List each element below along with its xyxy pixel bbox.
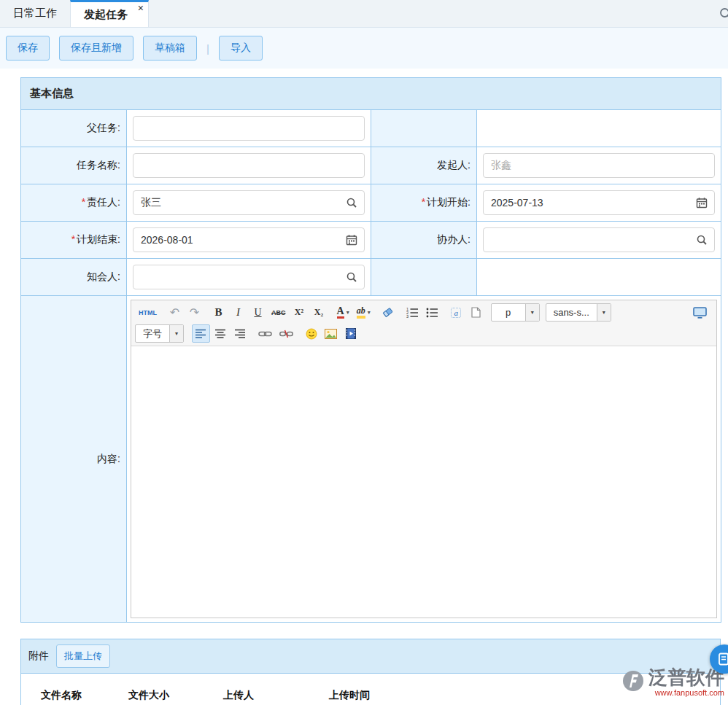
plan-start-field xyxy=(477,184,721,222)
task-name-label-text: 任务名称: xyxy=(77,159,120,171)
strikethrough-button[interactable]: ABC xyxy=(268,303,289,322)
search-icon[interactable] xyxy=(719,7,728,24)
tab-bar: 日常工作 发起任务 × xyxy=(0,0,728,28)
initiator-label: 发起人: xyxy=(371,147,477,184)
unlink-icon[interactable] xyxy=(276,324,296,343)
image-icon[interactable] xyxy=(322,324,340,343)
ordered-list-button[interactable]: 123 xyxy=(403,303,422,322)
superscript-button[interactable]: X² xyxy=(290,303,309,322)
plan-end-field xyxy=(127,222,371,259)
parent-task-label: 父任务: xyxy=(21,110,127,147)
plan-end-input[interactable] xyxy=(133,227,365,252)
bold-button[interactable]: B xyxy=(209,303,228,322)
notify-label-text: 知会人: xyxy=(87,270,120,282)
editor-toolbar: HTML ↶ ↷ B I U ABC X² X₂ A▾ ab▾ 123 xyxy=(131,300,716,346)
responsible-field xyxy=(127,184,371,222)
tab-daily-work[interactable]: 日常工作 xyxy=(0,0,70,27)
align-left-button[interactable] xyxy=(192,324,210,343)
font-color-button[interactable]: A▾ xyxy=(334,303,352,322)
link-icon[interactable] xyxy=(255,324,275,343)
undo-icon[interactable]: ↶ xyxy=(166,303,184,322)
responsible-search-icon[interactable] xyxy=(346,197,357,209)
redo-icon[interactable]: ↷ xyxy=(185,303,204,322)
chevron-down-icon: ▾ xyxy=(525,304,539,321)
source-code-button[interactable]: HTML xyxy=(136,303,160,322)
chevron-down-icon: ▾ xyxy=(597,304,611,321)
import-button[interactable]: 导入 xyxy=(219,36,263,61)
font-color-glyph: A xyxy=(337,306,344,319)
editor-content-area[interactable] xyxy=(131,346,716,618)
paragraph-select[interactable]: p▾ xyxy=(491,303,540,322)
tab-initiate-task[interactable]: 发起任务 × xyxy=(70,0,149,27)
initiator-label-text: 发起人: xyxy=(437,159,471,171)
italic-button[interactable]: I xyxy=(229,303,247,322)
eraser-icon[interactable] xyxy=(379,303,398,322)
plan-start-input[interactable] xyxy=(483,190,715,215)
notify-search-icon[interactable] xyxy=(346,271,357,283)
empty-field-cell-1 xyxy=(477,110,721,147)
attachments-column-headers: 文件名称 文件大小 上传人 上传时间 xyxy=(21,674,720,702)
vendor-text-block: 泛普软件 www.fanpusoft.com xyxy=(648,668,724,697)
content-label-text: 内容: xyxy=(97,453,120,464)
initiator-field xyxy=(477,147,721,184)
subscript-button[interactable]: X₂ xyxy=(310,303,328,322)
responsible-label: *责任人: xyxy=(21,184,127,222)
save-button[interactable]: 保存 xyxy=(6,36,50,61)
toolbar: 保存 保存且新增 草稿箱 | 导入 xyxy=(0,28,728,69)
drafts-button[interactable]: 草稿箱 xyxy=(143,36,197,61)
parent-task-input[interactable] xyxy=(133,116,365,141)
plan-start-label: *计划开始: xyxy=(371,184,477,222)
empty-label-cell-1 xyxy=(371,110,477,147)
fanpu-logo-icon xyxy=(622,670,644,695)
rich-text-editor: HTML ↶ ↷ B I U ABC X² X₂ A▾ ab▾ 123 xyxy=(131,300,717,618)
notify-label: 知会人: xyxy=(21,259,127,296)
font-family-select[interactable]: sans-s...▾ xyxy=(546,303,611,322)
underline-button[interactable]: U xyxy=(249,303,267,322)
vendor-watermark: 泛普软件 www.fanpusoft.com xyxy=(622,668,724,697)
column-upload-time: 上传时间 xyxy=(329,689,370,702)
tab-close-icon[interactable]: × xyxy=(138,2,144,14)
section-title: 基本信息 xyxy=(21,78,721,110)
assistant-label: 协办人: xyxy=(371,222,477,259)
form-row-task-name: 任务名称: 发起人: xyxy=(21,147,721,184)
form-row-responsible: *责任人: *计划开始: xyxy=(21,184,721,222)
form-row-plan-end: *计划结束: 协办人: xyxy=(21,222,721,259)
initiator-input[interactable] xyxy=(483,153,715,178)
section-header-row: 基本信息 xyxy=(21,78,721,110)
vendor-url: www.fanpusoft.com xyxy=(648,688,724,697)
new-document-icon[interactable] xyxy=(467,303,485,322)
responsible-input[interactable] xyxy=(133,190,365,215)
save-and-new-button[interactable]: 保存且新增 xyxy=(59,36,133,61)
task-name-input[interactable] xyxy=(133,153,365,178)
highlight-glyph: ab xyxy=(357,306,365,319)
unordered-list-button[interactable] xyxy=(423,303,441,322)
align-right-button[interactable] xyxy=(231,324,249,343)
required-marker: * xyxy=(422,196,425,208)
document-icon xyxy=(718,653,728,666)
form-row-parent-task: 父任务: xyxy=(21,110,721,147)
emoji-icon[interactable] xyxy=(302,324,320,343)
parent-task-field xyxy=(127,110,371,147)
vendor-name: 泛普软件 xyxy=(648,668,724,687)
font-size-select[interactable]: 字号▾ xyxy=(135,324,184,343)
video-icon[interactable] xyxy=(341,324,360,343)
assistant-search-icon[interactable] xyxy=(696,234,708,246)
highlight-button[interactable]: ab▾ xyxy=(354,303,373,322)
toolbar-divider: | xyxy=(206,42,209,55)
assistant-input[interactable] xyxy=(483,227,715,252)
svg-text:3: 3 xyxy=(406,314,408,318)
align-center-button[interactable] xyxy=(212,324,230,343)
chevron-down-icon: ▾ xyxy=(169,325,183,342)
anchor-button[interactable]: a xyxy=(447,303,465,322)
batch-upload-button[interactable]: 批量上传 xyxy=(56,644,110,668)
empty-field-cell-2 xyxy=(477,259,721,296)
notify-input[interactable] xyxy=(133,265,365,289)
fullscreen-icon[interactable] xyxy=(690,303,710,322)
plan-end-calendar-icon[interactable] xyxy=(346,234,357,246)
font-family-value: sans-s... xyxy=(546,307,597,318)
column-file-size: 文件大小 xyxy=(128,689,223,702)
attachments-header: 附件 批量上传 xyxy=(21,639,720,674)
plan-start-calendar-icon[interactable] xyxy=(696,197,708,209)
content-field: HTML ↶ ↷ B I U ABC X² X₂ A▾ ab▾ 123 xyxy=(127,296,721,623)
required-marker: * xyxy=(71,233,75,245)
